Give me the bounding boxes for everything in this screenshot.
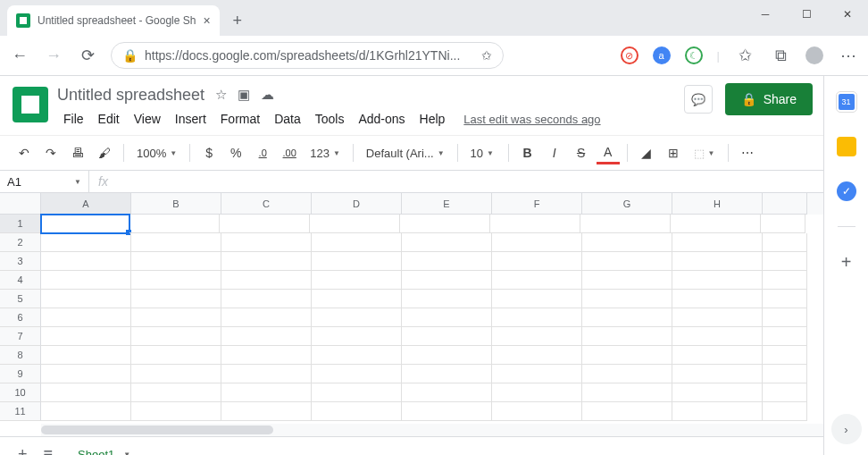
cell-partial[interactable] (761, 215, 805, 233)
row-header-4[interactable]: 4 (0, 271, 41, 290)
cell-B7[interactable] (131, 327, 221, 346)
name-box[interactable]: A1 ▼ (0, 171, 89, 192)
cell-B10[interactable] (131, 383, 221, 402)
cell-D9[interactable] (312, 365, 402, 383)
cell-C9[interactable] (221, 365, 312, 383)
horizontal-scrollbar[interactable] (41, 424, 823, 436)
forward-button[interactable]: → (43, 45, 64, 66)
cell-partial[interactable] (763, 346, 807, 365)
cell-A3[interactable] (41, 252, 131, 271)
cell-G11[interactable] (582, 402, 672, 421)
cell-partial[interactable] (763, 402, 807, 421)
cell-F10[interactable] (492, 383, 582, 402)
cell-E2[interactable] (402, 233, 492, 252)
cell-partial[interactable] (763, 308, 807, 327)
redo-button[interactable]: ↷ (39, 141, 63, 164)
menu-tools[interactable]: Tools (309, 108, 351, 130)
cell-partial[interactable] (763, 252, 807, 271)
cell-A4[interactable] (41, 271, 131, 290)
menu-edit[interactable]: Edit (92, 108, 126, 130)
cell-D11[interactable] (312, 402, 402, 421)
increase-decimal-button[interactable]: .00 (278, 141, 301, 164)
cell-C7[interactable] (221, 327, 312, 346)
cell-C8[interactable] (221, 346, 312, 365)
text-color-button[interactable]: A (597, 141, 620, 164)
cell-partial[interactable] (763, 383, 807, 402)
merge-cells-button[interactable]: ⬚▼ (689, 147, 721, 160)
paint-format-button[interactable]: 🖌 (93, 141, 116, 164)
cell-A7[interactable] (41, 327, 131, 346)
cell-H1[interactable] (671, 215, 761, 233)
cell-B1[interactable] (129, 215, 220, 233)
cell-G8[interactable] (582, 346, 672, 365)
decrease-decimal-button[interactable]: .0 (251, 141, 274, 164)
document-title[interactable]: Untitled spreadsheet (57, 86, 204, 105)
spreadsheet-grid[interactable]: A B C D E F G H 1234567891011 (0, 193, 855, 424)
minimize-button[interactable]: ─ (745, 0, 786, 29)
cell-B9[interactable] (131, 365, 221, 383)
cell-G6[interactable] (582, 308, 672, 327)
percent-button[interactable]: % (224, 141, 247, 164)
cell-D1[interactable] (310, 215, 400, 233)
maximize-button[interactable]: ☐ (786, 0, 827, 29)
row-header-11[interactable]: 11 (0, 402, 41, 421)
cell-G7[interactable] (582, 327, 672, 346)
cell-F8[interactable] (492, 346, 582, 365)
reload-button[interactable]: ⟳ (77, 45, 98, 66)
add-sheet-button[interactable]: + (18, 445, 28, 456)
cell-C6[interactable] (221, 308, 312, 327)
cell-D5[interactable] (312, 290, 402, 308)
cell-H10[interactable] (672, 383, 763, 402)
cell-partial[interactable] (763, 233, 807, 252)
cell-E4[interactable] (402, 271, 492, 290)
sheet-tab-1[interactable]: Sheet1 ▼ (69, 442, 139, 456)
cell-F9[interactable] (492, 365, 582, 383)
cell-E9[interactable] (402, 365, 492, 383)
tasks-icon[interactable]: ✓ (837, 181, 856, 201)
row-header-6[interactable]: 6 (0, 308, 41, 327)
col-header-f[interactable]: F (492, 193, 582, 215)
extension-icon-2[interactable]: a (653, 46, 671, 64)
bold-button[interactable]: B (516, 141, 539, 164)
cell-D3[interactable] (312, 252, 402, 271)
new-tab-button[interactable]: + (225, 8, 250, 33)
col-header-g[interactable]: G (582, 193, 672, 215)
cell-E5[interactable] (402, 290, 492, 308)
strikethrough-button[interactable]: S (570, 141, 593, 164)
back-button[interactable]: ← (9, 45, 30, 66)
col-header-c[interactable]: C (221, 193, 312, 215)
select-all-corner[interactable] (0, 193, 41, 215)
menu-format[interactable]: Format (214, 108, 266, 130)
cell-G10[interactable] (582, 383, 672, 402)
fill-color-button[interactable]: ◢ (635, 141, 658, 164)
cell-A9[interactable] (41, 365, 131, 383)
cell-F1[interactable] (490, 215, 580, 233)
move-icon[interactable]: ▣ (238, 87, 250, 103)
cell-H11[interactable] (672, 402, 763, 421)
close-window-button[interactable]: ✕ (827, 0, 868, 29)
cell-partial[interactable] (763, 290, 807, 308)
calendar-icon[interactable]: 31 (837, 92, 856, 112)
chevron-down-icon[interactable]: ▼ (123, 451, 130, 456)
cell-G9[interactable] (582, 365, 672, 383)
cell-A5[interactable] (41, 290, 131, 308)
more-menu-icon[interactable]: ⋯ (838, 45, 859, 66)
undo-button[interactable]: ↶ (13, 141, 36, 164)
cell-D10[interactable] (312, 383, 402, 402)
italic-button[interactable]: I (543, 141, 566, 164)
cell-H3[interactable] (672, 252, 763, 271)
borders-button[interactable]: ⊞ (662, 141, 685, 164)
cell-F2[interactable] (492, 233, 582, 252)
cell-E6[interactable] (402, 308, 492, 327)
cell-partial[interactable] (763, 327, 807, 346)
row-header-5[interactable]: 5 (0, 290, 41, 308)
menu-insert[interactable]: Insert (169, 108, 213, 130)
cell-E1[interactable] (400, 215, 490, 233)
cell-H9[interactable] (672, 365, 763, 383)
cell-A2[interactable] (41, 233, 131, 252)
menu-file[interactable]: File (57, 108, 90, 130)
cell-E11[interactable] (402, 402, 492, 421)
last-edit-link[interactable]: Last edit was seconds ago (463, 113, 600, 126)
cell-C5[interactable] (221, 290, 312, 308)
cell-B4[interactable] (131, 271, 221, 290)
